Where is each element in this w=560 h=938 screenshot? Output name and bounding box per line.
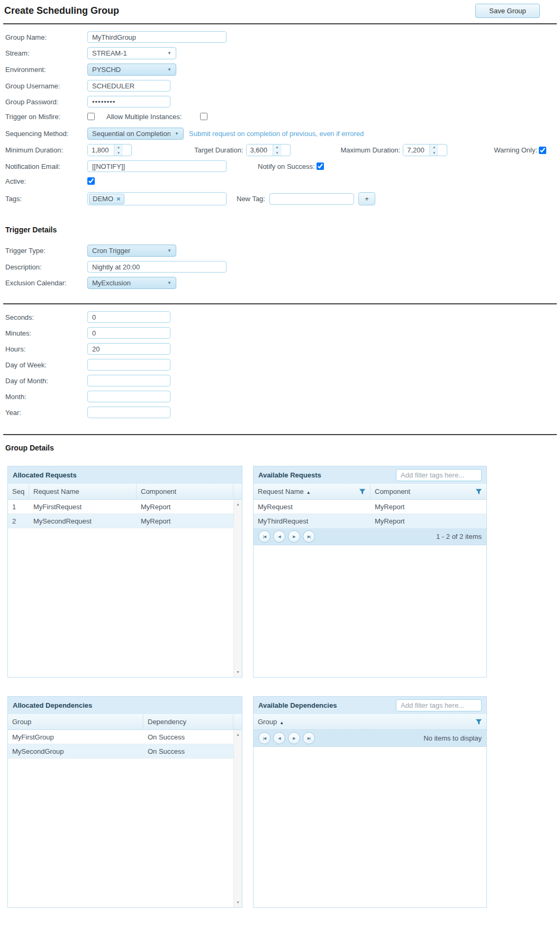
next-page-button[interactable]: ▶ (288, 530, 300, 543)
trigger-on-misfire-checkbox[interactable] (87, 113, 95, 120)
filter-icon[interactable] (359, 489, 366, 495)
active-checkbox[interactable] (87, 177, 95, 185)
tags-input[interactable]: DEMO × (87, 192, 227, 205)
spinner-up-icon[interactable]: ▲ (114, 145, 123, 150)
year-input[interactable] (87, 407, 170, 418)
new-tag-input[interactable] (269, 193, 354, 205)
table-row[interactable]: 1 MyFirstRequest MyReport (8, 500, 233, 514)
filter-icon[interactable] (475, 719, 482, 725)
column-header-component[interactable]: Component (371, 484, 486, 499)
vertical-scrollbar[interactable]: ▲ ▼ (233, 730, 242, 907)
tags-row: Tags: DEMO × New Tag: + (5, 192, 560, 205)
sequencing-method-dropdown[interactable]: Sequential on Completion ▼ (87, 128, 184, 140)
table-row[interactable]: MyFirstGroup On Success (8, 730, 233, 744)
column-header-dependency[interactable]: Dependency (143, 714, 233, 729)
allow-multiple-instances-checkbox[interactable] (200, 113, 207, 120)
tag-chip: DEMO × (89, 194, 124, 204)
cell-request-name: MyFirstRequest (29, 503, 137, 511)
table-row[interactable]: MyRequest MyReport (254, 500, 486, 514)
exclusion-calendar-dropdown[interactable]: MyExclusion ▼ (87, 277, 176, 289)
spinner-up-icon[interactable]: ▲ (430, 145, 438, 150)
scroll-up-icon[interactable]: ▲ (234, 731, 242, 738)
spinner-up-icon[interactable]: ▲ (273, 145, 282, 150)
trigger-type-label: Trigger Type: (5, 247, 87, 255)
seconds-input[interactable] (87, 311, 170, 323)
minutes-input[interactable] (87, 327, 170, 339)
month-label: Month: (5, 393, 87, 401)
trigger-type-dropdown[interactable]: Cron Trigger ▼ (87, 245, 176, 257)
cell-dependency: On Success (143, 747, 233, 755)
last-page-button[interactable]: ▶| (303, 530, 315, 543)
target-duration-input[interactable] (247, 145, 273, 156)
notify-on-success-checkbox[interactable] (317, 163, 324, 170)
table-row[interactable]: 2 MySecondRequest MyReport (8, 514, 233, 528)
description-input[interactable] (87, 261, 227, 273)
sequencing-method-label: Sequencing Method: (5, 130, 87, 138)
previous-page-button[interactable]: ◀ (273, 530, 285, 543)
allocated-requests-body: 1 MyFirstRequest MyReport 2 MySecondRequ… (8, 500, 242, 677)
group-name-input[interactable] (87, 31, 227, 43)
hours-input[interactable] (87, 343, 170, 355)
available-requests-column-headers: Request Name▲ Component (254, 484, 486, 500)
save-group-button[interactable]: Save Group (475, 4, 540, 18)
vertical-scrollbar[interactable]: ▲ ▼ (233, 500, 242, 677)
group-password-input[interactable] (87, 96, 170, 107)
pager: |◀ ◀ ▶ ▶| 1 - 2 of 2 items (254, 528, 486, 545)
minimum-duration-spinner: ▲ ▼ (87, 144, 132, 156)
column-header-seq[interactable]: Seq (8, 484, 29, 499)
environment-dropdown[interactable]: PYSCHD ▼ (87, 64, 176, 76)
warning-only-label: Warning Only: (494, 146, 537, 154)
stream-dropdown[interactable]: STREAM-1 ▼ (87, 47, 176, 59)
group-details-heading: Group Details (0, 444, 560, 452)
scroll-down-icon[interactable]: ▼ (234, 669, 242, 676)
filter-tags-input[interactable] (396, 699, 482, 711)
column-header-component[interactable]: Component (137, 484, 233, 499)
previous-page-button[interactable]: ◀ (273, 732, 285, 744)
column-header-group[interactable]: Group (8, 714, 143, 729)
scroll-up-icon[interactable]: ▲ (234, 501, 242, 508)
hours-row: Hours: (5, 343, 560, 355)
requests-panels: Allocated Requests Seq Request Name Comp… (7, 466, 560, 678)
stream-value: STREAM-1 (88, 49, 163, 57)
last-page-button[interactable]: ▶| (303, 732, 315, 744)
next-page-button[interactable]: ▶ (288, 732, 300, 744)
allow-multiple-instances-label: Allow Multiple Instances: (106, 113, 182, 121)
maximum-duration-spinner: ▲ ▼ (403, 144, 447, 156)
warning-only-checkbox[interactable] (539, 147, 546, 154)
exclusion-calendar-label: Exclusion Calendar: (5, 279, 87, 287)
remove-tag-icon[interactable]: × (116, 195, 121, 203)
maximum-duration-input[interactable] (403, 145, 429, 156)
notification-email-input[interactable] (87, 160, 227, 172)
spinner-buttons: ▲ ▼ (114, 145, 123, 156)
filter-icon[interactable] (475, 489, 482, 495)
spinner-down-icon[interactable]: ▼ (430, 150, 438, 156)
table-row[interactable]: MyThirdRequest MyReport (254, 514, 486, 528)
day-of-month-input[interactable] (87, 375, 170, 386)
notification-email-label: Notification Email: (5, 163, 87, 170)
month-input[interactable] (87, 391, 170, 402)
environment-value: PYSCHD (88, 66, 163, 74)
minimum-duration-input[interactable] (88, 145, 114, 156)
tags-label: Tags: (5, 195, 87, 203)
add-tag-button[interactable]: + (358, 192, 375, 205)
header: Create Scheduling Group Save Group (0, 0, 560, 23)
spinner-down-icon[interactable]: ▼ (273, 150, 282, 156)
cell-request-name: MyThirdRequest (254, 517, 371, 525)
chevron-down-icon: ▼ (163, 281, 176, 285)
column-header-request-name[interactable]: Request Name (29, 484, 137, 499)
group-name-row: Group Name: (5, 31, 560, 43)
sequencing-method-hint: Submit request on completion of previous… (189, 130, 364, 138)
notification-email-row: Notification Email: Notify on Success: (5, 160, 560, 172)
first-page-button[interactable]: |◀ (258, 530, 270, 543)
column-header-group[interactable]: Group▲ (254, 714, 486, 729)
filter-tags-input[interactable] (396, 469, 482, 481)
seconds-label: Seconds: (5, 313, 87, 321)
group-username-input[interactable] (87, 80, 170, 92)
spinner-down-icon[interactable]: ▼ (114, 150, 123, 156)
column-header-request-name[interactable]: Request Name▲ (254, 484, 371, 499)
day-of-week-input[interactable] (87, 359, 170, 371)
scroll-down-icon[interactable]: ▼ (234, 899, 242, 906)
table-row[interactable]: MySecondGroup On Success (8, 744, 233, 759)
first-page-button[interactable]: |◀ (258, 732, 270, 744)
available-dependencies-column-headers: Group▲ (254, 714, 486, 730)
